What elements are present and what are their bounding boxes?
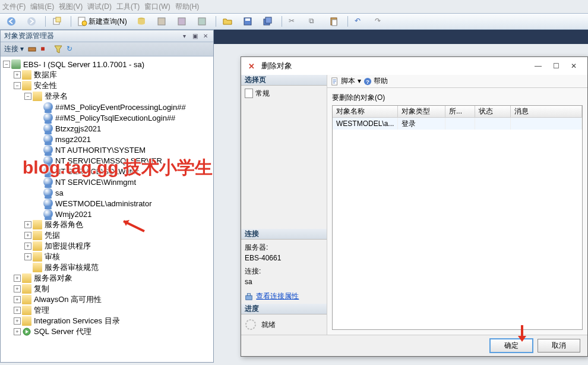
redo-button[interactable]: ↷ [371, 15, 390, 28]
expand-icon[interactable]: + [14, 296, 21, 303]
delete-object-dialog: ✕ 删除对象 — ☐ ✕ 选择页 常规 连接 服务器: EBS-40661 连接… [241, 56, 588, 357]
svg-rect-19 [247, 294, 250, 296]
table-row[interactable]: WESTMODEL\a... 登录 [333, 118, 582, 130]
svg-rect-9 [198, 18, 206, 25]
minimize-button[interactable]: — [529, 59, 547, 73]
server-node[interactable]: EBS- I (SQL Server 11.0.7001 - sa) [23, 60, 144, 69]
collapse-icon[interactable]: − [3, 61, 10, 68]
expand-icon[interactable]: + [24, 243, 31, 250]
login-item[interactable]: sa [55, 188, 64, 197]
login-item[interactable]: Wmjy2021 [55, 210, 91, 219]
login-item[interactable]: Btzxzgjs2021 [55, 124, 101, 133]
col-name[interactable]: 对象名称 [333, 106, 398, 117]
open-button[interactable] [219, 15, 238, 28]
cell-name: WESTMODEL\a... [333, 118, 398, 130]
login-item[interactable]: ##MS_PolicyTsqlExecutionLogin## [55, 114, 175, 122]
login-item[interactable]: NT SERVICE\Winmgmt [55, 178, 136, 187]
expand-icon[interactable]: + [14, 307, 21, 314]
expand-icon[interactable]: + [24, 232, 31, 239]
expand-icon[interactable]: + [14, 71, 21, 78]
menu-debug[interactable]: 调试(D) [87, 2, 112, 12]
script-button[interactable]: 脚本 ▾ [331, 76, 361, 86]
tb-ico-4[interactable] [193, 15, 212, 28]
menu-tools[interactable]: 工具(T) [116, 2, 140, 12]
expand-icon[interactable]: + [14, 328, 21, 335]
menu-file[interactable]: 文件(F) [2, 2, 26, 12]
refresh-icon[interactable]: ↻ [67, 45, 76, 54]
filter-icon[interactable] [53, 45, 63, 54]
databases-node[interactable]: 数据库 [34, 70, 57, 80]
menu-edit[interactable]: 编辑(E) [30, 2, 54, 12]
save-all-button[interactable] [259, 15, 278, 28]
back-button[interactable] [2, 15, 21, 28]
server-objects-node[interactable]: 服务器对象 [34, 273, 72, 284]
crypto-node[interactable]: 加密提供程序 [45, 241, 91, 251]
connect-button[interactable]: 连接 ▾ [4, 44, 24, 54]
page-general[interactable]: 常规 [245, 88, 323, 99]
expand-icon[interactable]: + [14, 285, 21, 292]
cancel-button[interactable]: 取消 [538, 339, 580, 353]
db-query-button[interactable] [132, 15, 151, 28]
col-status[interactable]: 状态 [475, 106, 511, 117]
col-message[interactable]: 消息 [511, 106, 582, 117]
cut-button[interactable]: ✂ [284, 15, 304, 28]
close-button[interactable]: ✕ [565, 59, 583, 73]
expand-icon[interactable]: + [24, 221, 31, 228]
new-query-button[interactable]: 新建查询(N) [74, 15, 131, 28]
menu-window[interactable]: 窗口(W) [144, 2, 170, 12]
col-type[interactable]: 对象类型 [398, 106, 445, 117]
audit-node[interactable]: 审核 [45, 251, 60, 262]
tb-ico-2[interactable] [153, 15, 172, 28]
tb-ico-3[interactable] [173, 15, 192, 28]
audit-spec-node[interactable]: 服务器审核规范 [45, 262, 99, 273]
login-item-selected[interactable]: WESTMODEL\administrator [55, 199, 152, 208]
dropdown-icon[interactable]: ▾ [180, 32, 188, 40]
login-item[interactable]: NT SERVICE\MSSQLSERVER [55, 156, 162, 165]
col-owner[interactable]: 所... [445, 106, 475, 117]
help-button[interactable]: ? 帮助 [363, 76, 388, 86]
paste-button[interactable] [325, 15, 344, 28]
menu-view[interactable]: 视图(V) [59, 2, 83, 12]
security-node[interactable]: 安全性 [34, 80, 57, 91]
management-node[interactable]: 管理 [34, 305, 49, 316]
cell-type: 登录 [398, 118, 445, 130]
dialog-title: 删除对象 [261, 61, 292, 71]
view-connection-props-link[interactable]: 查看连接属性 [245, 291, 323, 301]
login-item[interactable]: ##MS_PolicyEventProcessingLogin## [55, 103, 186, 112]
replication-node[interactable]: 复制 [34, 284, 49, 294]
copy-button[interactable]: ⧉ [305, 15, 324, 28]
agent-node[interactable]: SQL Server 代理 [34, 326, 91, 337]
disconnect-icon[interactable] [27, 45, 37, 54]
menu-help[interactable]: 帮助(H) [175, 2, 200, 12]
pin-icon[interactable]: ▣ [191, 32, 199, 40]
expand-icon[interactable]: + [14, 317, 21, 325]
login-item[interactable]: NT SERVICE\SQLWriter [55, 167, 139, 176]
login-icon [43, 188, 53, 197]
login-item[interactable]: msgz2021 [55, 135, 91, 144]
logins-node[interactable]: 登录名 [45, 91, 68, 102]
collapse-icon[interactable]: − [14, 82, 21, 89]
forward-button[interactable] [23, 15, 42, 28]
object-explorer-toolbar: 连接 ▾ ■ ↻ [1, 42, 213, 56]
maximize-button[interactable]: ☐ [547, 59, 565, 73]
credentials-node[interactable]: 凭据 [45, 230, 60, 241]
collapse-icon[interactable]: − [24, 93, 31, 100]
new-project-button[interactable] [48, 15, 67, 28]
integration-node[interactable]: Integration Services 目录 [34, 316, 120, 326]
save-button[interactable] [239, 15, 258, 28]
ok-button[interactable]: 确定 [490, 339, 533, 353]
delete-objects-table[interactable]: 对象名称 对象类型 所... 状态 消息 WESTMODEL\a... 登录 [332, 105, 583, 330]
alwayson-node[interactable]: AlwaysOn 高可用性 [34, 294, 102, 305]
object-explorer-tree[interactable]: −EBS- I (SQL Server 11.0.7001 - sa) +数据库… [1, 56, 213, 362]
expand-icon[interactable]: + [24, 253, 31, 260]
server-roles-node[interactable]: 服务器角色 [45, 219, 83, 230]
svg-rect-16 [29, 48, 36, 51]
expand-icon[interactable]: + [14, 275, 21, 282]
stop-icon[interactable]: ■ [40, 45, 50, 54]
progress-spinner-icon [245, 319, 257, 331]
login-item[interactable]: NT AUTHORITY\SYSTEM [55, 146, 146, 155]
undo-button[interactable]: ↶ [350, 15, 369, 28]
page-icon [245, 89, 253, 98]
dialog-titlebar[interactable]: ✕ 删除对象 — ☐ ✕ [241, 57, 587, 75]
close-icon[interactable]: ✕ [201, 32, 210, 40]
